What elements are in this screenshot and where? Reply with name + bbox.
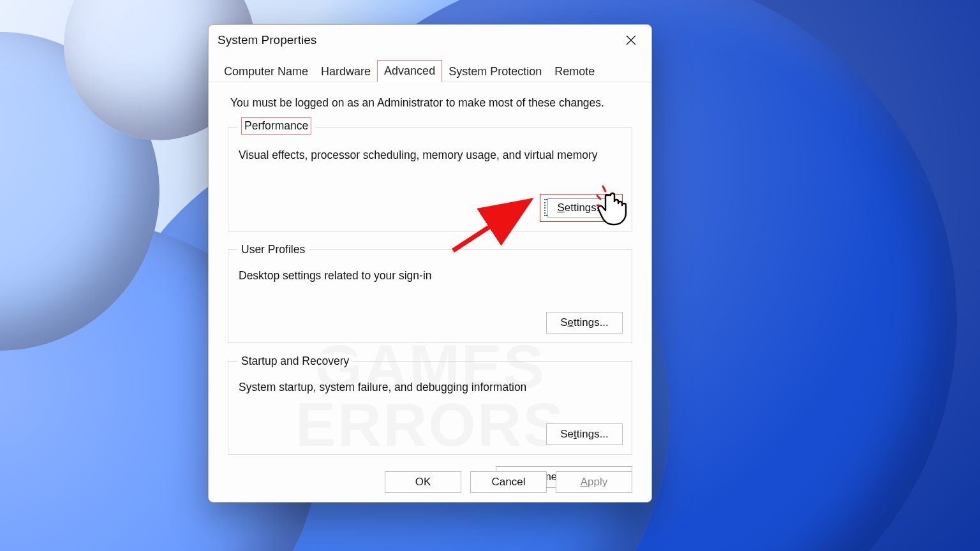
apply-button[interactable]: Apply [556,471,632,493]
tab-computer-name[interactable]: Computer Name [218,61,315,82]
close-icon [625,34,637,46]
user-profiles-settings-button[interactable]: Settings... [546,312,623,334]
group-performance-legend: Performance [237,119,315,136]
dialog-footer: OK Cancel Apply [209,471,651,493]
group-user-profiles-desc: Desktop settings related to your sign-in [239,269,623,283]
tab-hardware[interactable]: Hardware [315,61,377,82]
tab-advanced[interactable]: Advanced [377,60,442,82]
titlebar[interactable]: System Properties [209,25,651,55]
system-properties-dialog: System Properties Computer Name Hardware… [208,24,652,503]
window-title: System Properties [218,33,316,47]
group-performance: Performance Visual effects, processor sc… [228,119,632,231]
performance-settings-button[interactable]: Settings... [547,198,615,217]
group-startup-recovery: Startup and Recovery System startup, sys… [228,355,632,455]
cancel-button[interactable]: Cancel [470,471,547,493]
group-startup-recovery-legend: Startup and Recovery [237,355,353,368]
group-performance-desc: Visual effects, processor scheduling, me… [239,149,623,162]
ok-button[interactable]: OK [385,471,461,493]
group-user-profiles: User Profiles Desktop settings related t… [228,243,632,343]
admin-note: You must be logged on as an Administrato… [230,96,630,110]
tab-remote[interactable]: Remote [548,61,601,82]
startup-recovery-settings-button[interactable]: Settings... [546,423,623,445]
tab-strip: Computer Name Hardware Advanced System P… [209,55,651,82]
close-button[interactable] [617,29,645,52]
tab-system-protection[interactable]: System Protection [442,61,548,82]
group-user-profiles-legend: User Profiles [237,243,309,256]
dialog-body: GAMES ERRORS You must be logged on as an… [209,82,651,471]
group-startup-recovery-desc: System startup, system failure, and debu… [239,381,623,394]
performance-settings-highlight: Settings... [540,194,623,222]
